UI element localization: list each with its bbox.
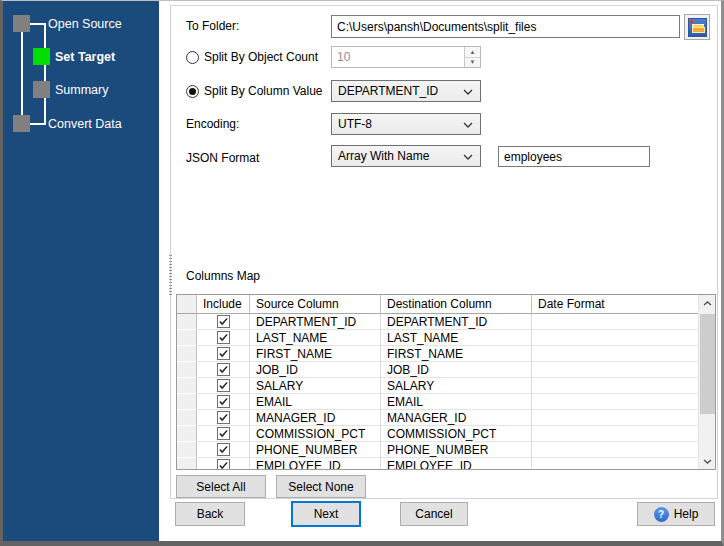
include-checkbox[interactable] [217,379,230,392]
help-button[interactable]: ? Help [637,502,715,526]
table-row[interactable]: MANAGER_IDMANAGER_ID [177,410,698,426]
json-format-dropdown[interactable]: Array With Name [331,145,481,167]
destination-column-cell: EMPLOYEE_ID [381,458,532,470]
table-row[interactable]: FIRST_NAMEFIRST_NAME [177,346,698,362]
split-column-value: DEPARTMENT_ID [338,84,438,98]
split-by-column-value-label[interactable]: Split By Column Value [204,84,323,98]
row-selector-cell[interactable] [177,426,197,442]
columns-map-table: Include Source Column Destination Column… [176,294,716,470]
to-folder-input[interactable] [331,15,680,38]
include-cell [197,410,250,426]
include-cell [197,426,250,442]
help-icon: ? [654,507,669,522]
row-selector-cell[interactable] [177,410,197,426]
next-button[interactable]: Next [291,501,361,527]
include-header: Include [197,295,250,314]
splitter-handle[interactable] [169,255,172,295]
date-format-cell [532,442,700,458]
step-connector-line [21,24,23,125]
source-column-cell: DEPARTMENT_ID [250,314,381,330]
table-row[interactable]: DEPARTMENT_IDDEPARTMENT_ID [177,314,698,330]
scroll-up-icon[interactable] [699,295,716,311]
sidebar-step-open-source: Open Source [48,17,122,31]
table-scrollbar[interactable] [698,295,715,469]
source-column-cell: MANAGER_ID [250,410,381,426]
back-button[interactable]: Back [175,502,245,526]
destination-column-cell: LAST_NAME [381,330,532,346]
json-root-name-input[interactable] [498,146,650,167]
spinner-down-icon[interactable]: ▼ [465,58,480,68]
include-checkbox[interactable] [217,459,230,470]
row-selector-cell[interactable] [177,362,197,378]
include-cell [197,458,250,470]
include-checkbox[interactable] [217,411,230,424]
step-marker-summary [33,81,50,98]
row-selector-cell[interactable] [177,394,197,410]
browse-folder-button[interactable] [684,14,710,40]
include-checkbox[interactable] [217,347,230,360]
scroll-down-icon[interactable] [699,453,716,469]
date-format-cell [532,330,700,346]
include-checkbox[interactable] [217,395,230,408]
split-column-dropdown[interactable]: DEPARTMENT_ID [331,80,481,102]
table-row[interactable]: EMPLOYEE_IDEMPLOYEE_ID [177,458,698,470]
destination-column-cell: JOB_ID [381,362,532,378]
destination-column-header: Destination Column [381,295,532,314]
destination-column-cell: DEPARTMENT_ID [381,314,532,330]
table-row[interactable]: JOB_IDJOB_ID [177,362,698,378]
set-target-panel: To Folder: Split By Object Count 10 ▲ ▼ … [170,5,718,499]
date-format-cell [532,346,700,362]
chevron-down-icon [463,117,473,131]
include-checkbox[interactable] [217,443,230,456]
sidebar-step-convert-data: Convert Data [48,117,122,131]
sidebar-step-summary: Summary [55,83,108,97]
split-by-object-count-radio[interactable] [186,51,199,64]
destination-column-cell: COMMISSION_PCT [381,426,532,442]
select-none-button[interactable]: Select None [276,475,366,498]
scrollbar-thumb[interactable] [700,314,715,414]
destination-column-cell: SALARY [381,378,532,394]
row-selector-cell[interactable] [177,314,197,330]
include-cell [197,314,250,330]
row-selector-cell[interactable] [177,442,197,458]
include-cell [197,330,250,346]
date-format-cell [532,410,700,426]
object-count-value[interactable]: 10 [332,47,464,67]
row-selector-cell[interactable] [177,346,197,362]
json-format-value: Array With Name [338,149,429,163]
include-cell [197,362,250,378]
to-folder-label: To Folder: [186,19,239,33]
include-checkbox[interactable] [217,427,230,440]
source-column-cell: FIRST_NAME [250,346,381,362]
table-header-row: Include Source Column Destination Column… [177,295,698,314]
split-by-object-count-label[interactable]: Split By Object Count [204,50,318,64]
split-by-column-value-radio[interactable] [186,85,199,98]
destination-column-cell: MANAGER_ID [381,410,532,426]
step-connector-line [44,24,46,125]
include-checkbox[interactable] [217,363,230,376]
sidebar-step-set-target: Set Target [55,50,115,64]
table-row[interactable]: PHONE_NUMBERPHONE_NUMBER [177,442,698,458]
date-format-cell [532,378,700,394]
table-row[interactable]: SALARYSALARY [177,378,698,394]
step-marker-open-source [13,15,30,32]
encoding-dropdown[interactable]: UTF-8 [331,113,481,135]
table-row[interactable]: COMMISSION_PCTCOMMISSION_PCT [177,426,698,442]
select-all-button[interactable]: Select All [176,475,266,498]
include-checkbox[interactable] [217,315,230,328]
row-selector-cell[interactable] [177,330,197,346]
object-count-spinner: 10 ▲ ▼ [331,46,481,68]
row-selector-cell[interactable] [177,458,197,470]
spinner-up-icon[interactable]: ▲ [465,47,480,58]
include-cell [197,378,250,394]
table-row[interactable]: LAST_NAMELAST_NAME [177,330,698,346]
table-row[interactable]: EMAILEMAIL [177,394,698,410]
date-format-cell [532,394,700,410]
step-marker-set-target [33,48,50,65]
step-marker-convert-data [13,115,30,132]
include-checkbox[interactable] [217,331,230,344]
include-cell [197,394,250,410]
include-cell [197,442,250,458]
row-selector-cell[interactable] [177,378,197,394]
cancel-button[interactable]: Cancel [400,502,468,526]
